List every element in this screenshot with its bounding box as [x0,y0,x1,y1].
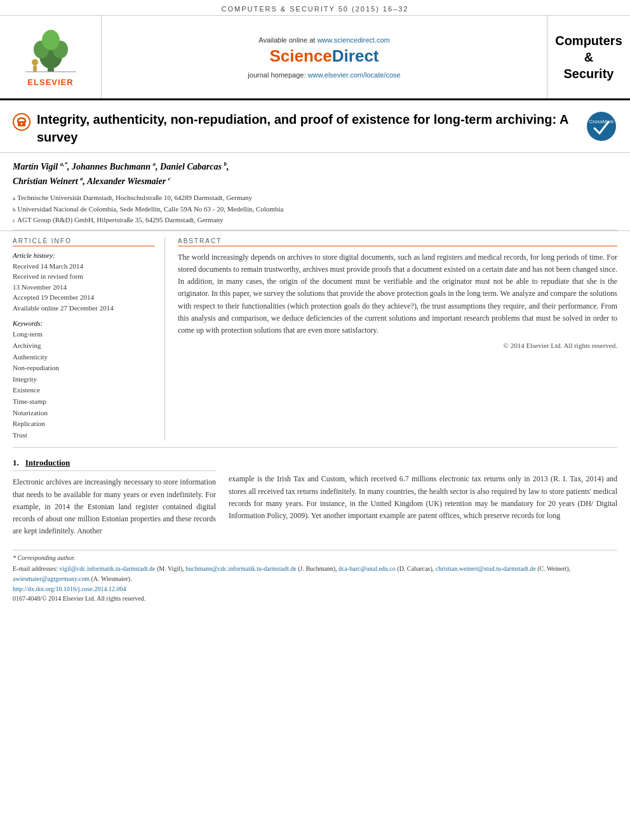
sciencedirect-block: Available online at www.sciencedirect.co… [102,16,547,98]
article-title-section: Integrity, authenticity, non-repudiation… [0,100,630,153]
footnotes-section: * Corresponding author. E-mail addresses… [13,550,617,592]
intro-right-text: example is the Irish Tax and Custom, whi… [229,473,617,522]
keyword-9: Trust [13,430,155,441]
keyword-0: Long-term [13,329,155,340]
abstract-copyright: © 2014 Elsevier Ltd. All rights reserved… [178,342,617,349]
email-wiesmaier[interactable]: awiesmaier@agtgermany.com [13,575,90,582]
intro-left-text: Electronic archives are increasingly nec… [13,476,216,537]
sciencedirect-url[interactable]: www.sciencedirect.com [317,36,389,44]
journal-name-block: Computers & Security [547,16,630,98]
keyword-7: Notarization [13,408,155,419]
email-buchmann[interactable]: buchmann@cdc.informatik.tu-darmstadt.de [185,565,296,572]
history-revised-label: Received in revised form [13,271,155,282]
svg-point-4 [42,30,60,50]
authors-line: Martín Vigil a,*, Johannes Buchmann a, D… [13,159,617,189]
abstract-text: The world increasingly depends on archiv… [178,251,617,337]
email-weinert[interactable]: christian.weinert@stud.tu-darmstadt.de [436,565,536,572]
keyword-4: Integrity [13,374,155,385]
keyword-5: Existence [13,385,155,396]
journal-name-line2: & [584,49,593,65]
affiliations: a Technische Universität Darmstadt, Hoch… [13,192,617,226]
sciencedirect-logo: ScienceDirect [270,46,379,66]
svg-rect-6 [33,65,37,72]
journal-name-line1: Computers [555,32,622,49]
footer-issn: 0167-4048/© 2014 Elsevier Ltd. All right… [0,595,630,607]
intro-left-column: 1. Introduction Electronic archives are … [13,458,216,537]
intro-section-label: Introduction [25,458,70,468]
affiliation-a: a Technische Universität Darmstadt, Hoch… [13,192,617,204]
journal-header-bar: COMPUTERS & SECURITY 50 (2015) 16–32 [0,0,630,16]
history-accepted: Accepted 19 December 2014 [13,292,155,303]
svg-point-11 [587,112,616,141]
affiliation-c-text: AGT Group (R&D) GmbH, Hilpertstraße 35, … [17,215,224,226]
elsevier-logo-block: ELSEVIER [0,16,102,98]
keyword-2: Authenticity [13,352,155,363]
direct-text: Direct [332,46,379,65]
author-vigil: Martín Vigil [13,162,58,171]
top-header: ELSEVIER Available online at www.science… [0,16,630,100]
content-columns: ARTICLE INFO Article history: Received 1… [0,230,630,447]
journal-homepage-url[interactable]: www.elsevier.com/locate/cose [308,71,401,79]
author-buchmann: Johannes Buchmann [72,162,151,171]
article-info-heading: ARTICLE INFO [13,237,155,246]
elsevier-label: ELSEVIER [27,77,73,87]
author-cabarcas: Daniel Cabarcas [160,162,222,171]
email-cabarcas[interactable]: dca-barc@unal.edu.co [338,565,396,572]
affiliation-b-text: Universidad Nacional de Colombia, Sede M… [18,204,284,215]
email-addresses: E-mail addresses: vigil@cdc.informatik.t… [13,564,617,584]
crossmark-icon: CrossMark [586,110,617,142]
svg-text:CrossMark: CrossMark [589,119,615,124]
keyword-1: Archiving [13,340,155,352]
author-wiesmaier: Alexander Wiesmaier [87,177,166,186]
open-access-icon [13,113,30,131]
email-vigil[interactable]: vigil@cdc.informatik.tu-darmstadt.de [59,565,155,572]
affiliation-c: c AGT Group (R&D) GmbH, Hilpertstraße 35… [13,215,617,226]
corresponding-author-note: * Corresponding author. [13,554,617,561]
authors-section: Martín Vigil a,*, Johannes Buchmann a, D… [0,153,630,230]
article-info-column: ARTICLE INFO Article history: Received 1… [13,237,165,441]
email-label: E-mail addresses: [13,565,58,572]
keyword-8: Replication [13,418,155,430]
keyword-6: Time-stamp [13,396,155,408]
introduction-section: 1. Introduction Electronic archives are … [0,448,630,543]
journal-name-line3: Security [564,65,614,82]
available-online-text: Available online at www.sciencedirect.co… [258,36,389,44]
intro-section-title: 1. Introduction [13,458,216,471]
crossmark-badge[interactable]: CrossMark [586,110,617,142]
svg-point-10 [21,123,23,125]
affiliation-a-text: Technische Universität Darmstadt, Hochsc… [17,192,252,204]
keywords-section: Keywords: Long-term Archiving Authentici… [13,319,155,441]
history-revised-date: 13 November 2014 [13,282,155,293]
article-history-label: Article history: [13,251,155,259]
abstract-column: ABSTRACT The world increasingly depends … [178,237,617,441]
journal-header-text: COMPUTERS & SECURITY 50 (2015) 16–32 [222,5,409,13]
journal-homepage-text: journal homepage: www.elsevier.com/locat… [248,71,400,79]
intro-section-num: 1. [13,458,19,468]
keyword-3: Non-repudiation [13,363,155,374]
elsevier-tree-icon [22,27,79,75]
abstract-heading: ABSTRACT [178,237,617,246]
history-received: Received 14 March 2014 [13,261,155,272]
keywords-label: Keywords: [13,319,155,327]
affiliation-b: b Universidad Nacional de Colombia, Sede… [13,204,617,215]
article-title: Integrity, authenticity, non-repudiation… [37,110,579,146]
history-available-online: Available online 27 December 2014 [13,303,155,314]
svg-point-5 [32,59,38,65]
doi-link: http://dx.doi.org/10.1016/j.cose.2014.12… [13,585,617,592]
science-text: Science [270,46,332,65]
doi-url[interactable]: http://dx.doi.org/10.1016/j.cose.2014.12… [13,585,126,592]
author-weinert: Christian Weinert [13,177,78,186]
intro-right-column: example is the Irish Tax and Custom, whi… [229,458,617,537]
